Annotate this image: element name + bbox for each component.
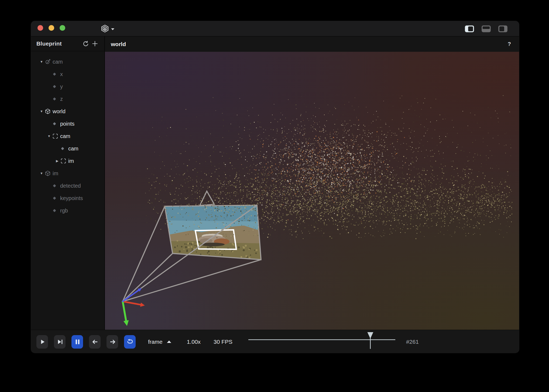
component-diamond-icon xyxy=(61,147,64,150)
tree-item-label: cam xyxy=(68,146,78,152)
component-diamond-icon xyxy=(53,122,56,125)
playback-speed[interactable]: 1.00x xyxy=(187,339,201,345)
timeline-name: frame xyxy=(148,339,163,345)
app-window: Blueprint ▼cam▼x▼y▼z▼world▼points▼cam▼ca… xyxy=(31,21,519,353)
loop-button[interactable] xyxy=(124,335,136,349)
tree-item-icon-slot xyxy=(44,108,52,115)
tree-item-y[interactable]: ▼y xyxy=(31,80,104,93)
tree-item-label: rgb xyxy=(60,208,68,214)
chevron-up-icon xyxy=(167,341,171,343)
app-menu[interactable] xyxy=(101,24,114,33)
box-3d-icon xyxy=(44,108,51,115)
blueprint-panel: Blueprint ▼cam▼x▼y▼z▼world▼points▼cam▼ca… xyxy=(31,36,105,330)
point-cloud xyxy=(105,52,519,330)
tree-item-rgb[interactable]: ▼rgb xyxy=(31,204,104,217)
tree-item-label: cam xyxy=(60,133,70,139)
rerun-logo-icon xyxy=(101,24,109,33)
tree-item-icon-slot xyxy=(52,184,60,187)
tree-item-label: points xyxy=(60,121,74,127)
tree-item-label: cam xyxy=(53,59,63,65)
follow-icon xyxy=(56,338,64,346)
traffic-lights xyxy=(37,25,65,31)
tree-item-z[interactable]: ▼z xyxy=(31,93,104,105)
play-button[interactable] xyxy=(36,335,48,349)
scene-3d[interactable] xyxy=(105,52,519,330)
tree-item-icon-slot xyxy=(52,133,60,139)
component-diamond-icon xyxy=(53,73,56,76)
tree-item-icon-slot xyxy=(52,73,60,75)
chevron-right-icon[interactable]: ▶ xyxy=(54,159,60,163)
tree-item-icon-slot xyxy=(52,209,60,212)
tree-item-label: x xyxy=(60,71,63,77)
component-diamond-icon xyxy=(53,85,56,88)
chevron-down-icon[interactable]: ▼ xyxy=(39,109,44,113)
tree-item-label: z xyxy=(60,96,63,102)
current-frame-readout: #261 xyxy=(406,339,419,345)
tree-item-icon-slot xyxy=(52,98,60,100)
tree-item-im[interactable]: ▼im xyxy=(31,167,104,180)
pinhole-frame-icon xyxy=(60,158,67,164)
tree-item-im[interactable]: ▶im xyxy=(31,155,104,167)
tree-item-cam[interactable]: ▼cam xyxy=(31,130,104,142)
tree-item-world[interactable]: ▼world xyxy=(31,105,104,118)
add-view-button[interactable] xyxy=(90,39,99,48)
tree-item-cam[interactable]: ▼cam xyxy=(31,142,104,155)
tree-item-label: detected xyxy=(60,183,81,189)
tree-item-keypoints[interactable]: ▼keypoints xyxy=(31,192,104,204)
help-button[interactable]: ? xyxy=(506,40,513,48)
tree-item-label: world xyxy=(53,108,66,115)
tree-item-label: im xyxy=(53,170,58,177)
loop-icon xyxy=(126,338,134,346)
chevron-down-icon[interactable]: ▼ xyxy=(39,60,44,64)
tree-item-x[interactable]: ▼x xyxy=(31,68,104,80)
view-axes-icon xyxy=(44,59,51,65)
playback-fps[interactable]: 30 FPS xyxy=(214,339,232,345)
component-diamond-icon xyxy=(53,184,56,187)
step-forward-icon xyxy=(108,338,116,346)
component-diamond-icon xyxy=(53,209,56,212)
box-3d-icon xyxy=(44,170,51,177)
timeline-track[interactable] xyxy=(247,330,400,353)
pause-icon xyxy=(73,338,81,346)
toggle-left-panel-button[interactable] xyxy=(465,25,474,33)
time-panel: frame 1.00x 30 FPS #261 xyxy=(31,330,519,353)
titlebar[interactable] xyxy=(31,21,519,36)
tree-item-icon-slot xyxy=(60,158,68,164)
tree-item-icon-slot xyxy=(52,85,60,88)
tree-item-icon-slot xyxy=(60,147,68,150)
playhead-marker[interactable] xyxy=(367,332,373,339)
step-back-icon xyxy=(91,338,99,346)
view-3d-world: world ? xyxy=(105,36,519,330)
tree-item-cam[interactable]: ▼cam xyxy=(31,56,104,68)
chevron-down-icon[interactable]: ▼ xyxy=(39,171,44,175)
step-back-button[interactable] xyxy=(89,335,101,349)
reset-icon xyxy=(82,40,89,47)
tree-item-detected[interactable]: ▼detected xyxy=(31,180,104,192)
tree-item-label: im xyxy=(68,158,74,164)
blueprint-panel-title: Blueprint xyxy=(36,40,81,47)
view-tab-world[interactable]: world ? xyxy=(105,36,519,52)
close-window-button[interactable] xyxy=(37,25,43,31)
chevron-down-icon[interactable]: ▼ xyxy=(46,134,52,138)
step-forward-button[interactable] xyxy=(107,335,118,349)
component-diamond-icon xyxy=(53,97,56,101)
timeline-selector[interactable]: frame xyxy=(148,339,171,345)
tree-item-points[interactable]: ▼points xyxy=(31,118,104,130)
pause-button[interactable] xyxy=(71,335,83,349)
minimize-window-button[interactable] xyxy=(49,25,54,31)
tree-item-icon-slot xyxy=(52,122,60,125)
zoom-window-button[interactable] xyxy=(60,25,65,31)
toggle-right-panel-button[interactable] xyxy=(498,25,508,33)
plus-icon xyxy=(91,40,98,47)
view-title: world xyxy=(111,41,506,47)
chevron-down-icon xyxy=(111,28,114,30)
toggle-bottom-panel-button[interactable] xyxy=(481,25,491,33)
desktop-background: Blueprint ▼cam▼x▼y▼z▼world▼points▼cam▼ca… xyxy=(0,0,549,392)
play-icon xyxy=(38,338,46,346)
tree-item-icon-slot xyxy=(44,59,52,65)
tree-item-icon-slot xyxy=(52,197,60,200)
blueprint-tree: ▼cam▼x▼y▼z▼world▼points▼cam▼cam▶im▼im▼de… xyxy=(31,51,104,217)
follow-button[interactable] xyxy=(54,335,66,349)
reset-blueprint-button[interactable] xyxy=(81,39,90,48)
component-diamond-icon xyxy=(53,197,56,200)
